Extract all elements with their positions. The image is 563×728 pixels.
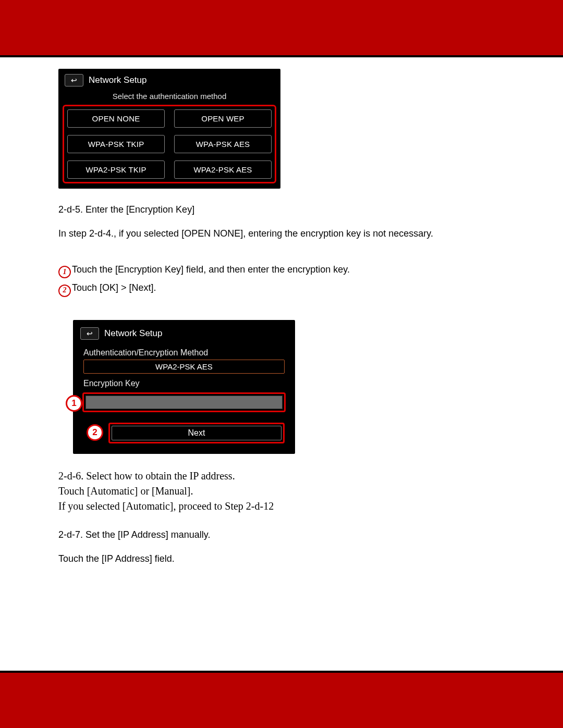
screenshot-encryption-key: ↩ Network Setup Authentication/Encryptio… xyxy=(73,320,295,454)
auth-option-wpa2-tkip[interactable]: WPA2-PSK TKIP xyxy=(67,161,165,179)
auth-method-label: Authentication/Encryption Method xyxy=(83,348,285,357)
auth-option-wpa-tkip[interactable]: WPA-PSK TKIP xyxy=(67,135,165,153)
screenshot1-title: Network Setup xyxy=(89,75,147,85)
auth-button-grid: OPEN NONE OPEN WEP WPA-PSK TKIP WPA-PSK … xyxy=(67,109,272,179)
step-2d6-line2: Touch [Automatic] or [Manual]. xyxy=(58,484,505,499)
next-row: 2 Next xyxy=(105,423,288,443)
auth-option-wpa2-aes[interactable]: WPA2-PSK AES xyxy=(174,161,272,179)
header-divider xyxy=(0,55,563,57)
screenshot2-title: Network Setup xyxy=(104,328,163,339)
auth-option-open-wep[interactable]: OPEN WEP xyxy=(174,109,272,128)
encryption-key-input[interactable] xyxy=(85,396,283,409)
auth-method-value[interactable]: WPA2-PSK AES xyxy=(83,360,285,374)
encryption-key-label: Encryption Key xyxy=(83,379,285,388)
header-band xyxy=(0,0,563,55)
encryption-key-highlight xyxy=(82,392,286,412)
auth-highlight-frame: OPEN NONE OPEN WEP WPA-PSK TKIP WPA-PSK … xyxy=(63,105,276,183)
auth-option-open-none[interactable]: OPEN NONE xyxy=(67,109,165,128)
step-2d6-line1: 2-d-6. Select how to obtain the IP addre… xyxy=(58,468,505,484)
step-2d6-block: 2-d-6. Select how to obtain the IP addre… xyxy=(58,468,505,514)
screenshot2-header: ↩ Network Setup xyxy=(80,325,288,344)
instruction-line-2: 2Touch [OK] > [Next]. xyxy=(58,281,505,297)
circled-one-icon: 1 xyxy=(58,266,71,278)
screenshot1-subtitle: Select the authentication method xyxy=(63,92,276,101)
step-2d7-heading: 2-d-7. Set the [IP Address] manually. xyxy=(58,528,505,541)
encryption-key-row: 1 xyxy=(80,392,288,412)
instruction-line-1: 1Touch the [Encryption Key] field, and t… xyxy=(58,263,505,278)
instruction-2-text: Touch [OK] > [Next]. xyxy=(72,282,156,293)
screenshot-auth-method: ↩ Network Setup Select the authenticatio… xyxy=(58,69,280,189)
step-2d6-line3: If you selected [Automatic], proceed to … xyxy=(58,499,505,514)
back-icon[interactable]: ↩ xyxy=(80,327,99,340)
next-highlight: Next xyxy=(108,423,285,443)
screenshot1-header: ↩ Network Setup xyxy=(63,72,276,91)
callout-marker-2: 2 xyxy=(87,424,103,441)
next-button[interactable]: Next xyxy=(112,426,282,440)
screenshot-encryption-key-wrap: ↩ Network Setup Authentication/Encryptio… xyxy=(68,320,292,454)
step-2d5-note: In step 2-d-4., if you selected [OPEN NO… xyxy=(58,227,505,240)
step-2d7-note: Touch the [IP Address] field. xyxy=(58,552,505,565)
instruction-1-text: Touch the [Encryption Key] field, and th… xyxy=(72,264,350,275)
content-area: ↩ Network Setup Select the authenticatio… xyxy=(58,69,505,565)
callout-marker-1: 1 xyxy=(66,395,82,412)
back-icon[interactable]: ↩ xyxy=(65,74,83,87)
auth-option-wpa-aes[interactable]: WPA-PSK AES xyxy=(174,135,272,153)
step-2d5-heading: 2-d-5. Enter the [Encryption Key] xyxy=(58,203,505,216)
circled-two-icon: 2 xyxy=(58,285,71,297)
footer-band xyxy=(0,673,563,728)
